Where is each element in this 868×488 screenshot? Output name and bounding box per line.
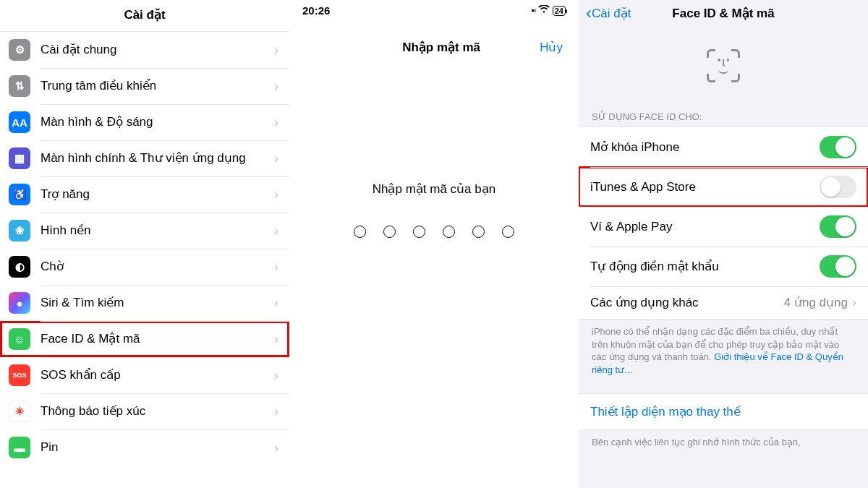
passcode-dot [354, 226, 366, 238]
faceid-footer-2: Bên cạnh việc liên tục ghi nhớ hình thức… [579, 430, 868, 459]
settings-row-home-grid[interactable]: ▦Màn hình chính & Thư viện ứng dụng› [0, 140, 289, 176]
exposure-icon: ✳ [9, 401, 30, 422]
faceid-toggle-row: Mở khóa iPhone [579, 127, 868, 167]
passcode-dots[interactable] [354, 226, 514, 238]
settings-title: Cài đặt [0, 0, 289, 31]
settings-row-toggles[interactable]: ⇅Trung tâm điều khiển› [0, 68, 289, 104]
faceid-toggle-list: Mở khóa iPhoneiTunes & App StoreVí & App… [579, 127, 868, 320]
settings-row-label: Trợ năng [41, 187, 274, 202]
wifi-icon [538, 5, 550, 16]
sos-icon: SOS [9, 364, 30, 386]
accessibility-icon: ♿ [9, 184, 30, 205]
chevron-right-icon: › [274, 368, 278, 383]
passcode-dot [472, 226, 485, 238]
other-apps-row[interactable]: Các ứng dụng khác4 ứng dụng› [579, 286, 868, 319]
faceid-settings-panel: ‹ Cài đặt Face ID & Mật mã SỬ DỤNG FACE … [579, 0, 868, 488]
settings-list-panel: Cài đặt ⚙Cài đặt chung›⇅Trung tâm điều k… [0, 0, 289, 488]
battery-icon: 24 [553, 6, 566, 16]
toggle-label: Tự động điền mật khẩu [590, 259, 820, 274]
faceid-toggle-row: Ví & Apple Pay [579, 207, 868, 247]
settings-row-label: Pin [41, 440, 274, 455]
settings-row-accessibility[interactable]: ♿Trợ năng› [0, 176, 289, 213]
settings-row-label: Face ID & Mật mã [41, 332, 274, 346]
chevron-right-icon: › [274, 115, 278, 130]
status-time: 20:26 [302, 4, 330, 17]
settings-row-gear[interactable]: ⚙Cài đặt chung› [0, 32, 289, 68]
toggle-switch[interactable] [820, 215, 856, 238]
standby-icon: ◐ [9, 256, 30, 278]
passcode-dot [502, 226, 514, 238]
chevron-right-icon: › [274, 223, 278, 239]
passcode-title: Nhập mật mã [402, 40, 480, 55]
chevron-right-icon: › [274, 260, 278, 275]
settings-row-label: Màn hình & Độ sáng [41, 115, 274, 129]
faceid-icon [707, 49, 740, 82]
settings-row-exposure[interactable]: ✳Thông báo tiếp xúc› [0, 393, 289, 429]
passcode-dot [383, 226, 396, 238]
settings-group: ⚙Cài đặt chung›⇅Trung tâm điều khiển›AAM… [0, 31, 289, 466]
faceid-icon: ☺ [9, 328, 30, 350]
settings-row-label: Cài đặt chung [41, 43, 274, 57]
chevron-right-icon: › [274, 332, 278, 347]
settings-row-label: Thông báo tiếp xúc [41, 404, 274, 419]
faceid-toggle-row: iTunes & App Store [579, 167, 868, 207]
settings-row-label: Chờ [41, 260, 274, 274]
settings-row-standby[interactable]: ◐Chờ› [0, 249, 289, 285]
status-bar: 20:26 ▪▫ 24 [289, 0, 579, 17]
passcode-panel: 20:26 ▪▫ 24 Nhập mật mã Hủy Nhập mật mã … [289, 0, 579, 488]
cellular-icon: ▪▫ [532, 5, 535, 16]
section-header-use-faceid: SỬ DỤNG FACE ID CHO: [579, 95, 868, 127]
faceid-toggle-row: Tự động điền mật khẩu [579, 247, 868, 286]
chevron-right-icon: › [274, 440, 278, 455]
passcode-dot [443, 226, 455, 238]
chevron-right-icon: › [274, 151, 278, 166]
back-label: Cài đặt [592, 6, 631, 21]
toggles-icon: ⇅ [9, 75, 30, 97]
siri-icon: ● [9, 292, 30, 314]
chevron-right-icon: › [852, 295, 856, 310]
toggle-switch[interactable] [820, 136, 856, 158]
home-grid-icon: ▦ [9, 147, 30, 169]
settings-row-label: SOS khẩn cấp [41, 368, 274, 382]
settings-row-faceid[interactable]: ☺Face ID & Mật mã› [0, 321, 289, 357]
settings-row-label: Màn hình chính & Thư viện ứng dụng [41, 151, 274, 166]
other-apps-label: Các ứng dụng khác [590, 295, 784, 310]
settings-row-brightness[interactable]: AAMàn hình & Độ sáng› [0, 104, 289, 140]
chevron-right-icon: › [274, 187, 278, 202]
toggle-label: Ví & Apple Pay [590, 220, 820, 234]
settings-row-label: Hình nền [41, 223, 274, 238]
status-icons: ▪▫ 24 [532, 5, 566, 16]
faceid-footer: iPhone có thể nhận dạng các đặc điểm ba … [579, 320, 868, 386]
faceid-nav: ‹ Cài đặt Face ID & Mật mã [579, 0, 868, 25]
setup-alternate-appearance-button[interactable]: Thiết lập diện mạo thay thế [579, 393, 868, 430]
cancel-button[interactable]: Hủy [540, 40, 563, 55]
other-apps-detail: 4 ứng dụng [784, 295, 848, 310]
chevron-left-icon: ‹ [586, 4, 592, 22]
gear-icon: ⚙ [9, 39, 30, 61]
settings-row-label: Siri & Tìm kiếm [41, 296, 274, 310]
settings-row-battery[interactable]: ▬Pin› [0, 429, 289, 466]
passcode-center: Nhập mật mã của bạn [289, 181, 579, 238]
chevron-right-icon: › [274, 404, 278, 419]
back-button[interactable]: ‹ Cài đặt [586, 4, 631, 22]
toggle-switch[interactable] [820, 176, 856, 198]
battery-icon: ▬ [9, 437, 30, 458]
settings-row-label: Trung tâm điều khiển [41, 79, 274, 93]
passcode-nav: Nhập mật mã Hủy [289, 17, 579, 55]
chevron-right-icon: › [274, 43, 278, 58]
wallpaper-icon: ❀ [9, 220, 30, 241]
settings-row-wallpaper[interactable]: ❀Hình nền› [0, 213, 289, 249]
toggle-label: Mở khóa iPhone [590, 140, 820, 155]
chevron-right-icon: › [274, 79, 278, 94]
chevron-right-icon: › [274, 296, 278, 311]
settings-row-sos[interactable]: SOSSOS khẩn cấp› [0, 357, 289, 393]
brightness-icon: AA [9, 111, 30, 133]
passcode-prompt: Nhập mật mã của bạn [373, 181, 495, 197]
faceid-hero [579, 25, 868, 95]
toggle-switch[interactable] [820, 255, 856, 278]
toggle-label: iTunes & App Store [590, 180, 820, 194]
settings-row-siri[interactable]: ●Siri & Tìm kiếm› [0, 285, 289, 321]
passcode-dot [413, 226, 425, 238]
